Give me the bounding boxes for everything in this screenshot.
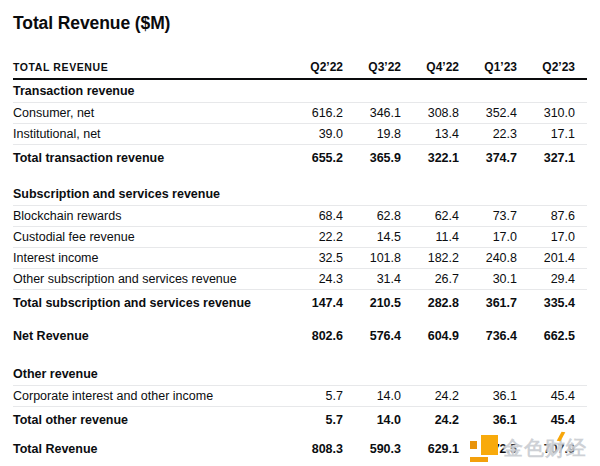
cell-value: 62.8 [343, 209, 401, 223]
cell-value: 629.1 [401, 442, 459, 456]
table-row-data: Interest income32.5101.8182.2240.8201.4 [13, 248, 587, 269]
cell-value: 22.2 [285, 230, 343, 244]
row-label: Custodial fee revenue [13, 230, 285, 244]
cell-value: 36.1 [459, 413, 517, 427]
cell-value: 808.3 [285, 442, 343, 456]
cell-value: 14.5 [343, 230, 401, 244]
cell-value: 73.7 [459, 209, 517, 223]
row-label: Subscription and services revenue [13, 187, 587, 201]
row-label: Net Revenue [13, 329, 285, 343]
row-label: Total Revenue [13, 442, 285, 456]
cell-value: 662.5 [517, 329, 587, 343]
cell-value: 30.1 [459, 272, 517, 286]
cell-value: 576.4 [343, 329, 401, 343]
cell-value: 29.4 [517, 272, 587, 286]
cell-value: 310.0 [517, 106, 587, 120]
cell-value: 736.4 [459, 329, 517, 343]
cell-value: 62.4 [401, 209, 459, 223]
cell-value: 374.7 [459, 151, 517, 165]
cell-value: 14.0 [343, 389, 401, 403]
table-row-data: Institutional, net39.019.813.422.317.1 [13, 124, 587, 145]
cell-value: 361.7 [459, 296, 517, 310]
cell-value: 201.4 [517, 251, 587, 265]
cell-value: 240.8 [459, 251, 517, 265]
cell-value: 327.1 [517, 151, 587, 165]
cell-value: 772.5 [459, 442, 517, 456]
cell-value: 616.2 [285, 106, 343, 120]
cell-value: 282.8 [401, 296, 459, 310]
row-label: Consumer, net [13, 106, 285, 120]
row-label: Total subscription and services revenue [13, 296, 285, 310]
table-row-total: Total transaction revenue655.2365.9322.1… [13, 145, 587, 170]
row-label: Corporate interest and other income [13, 389, 285, 403]
cell-value: 14.0 [343, 413, 401, 427]
column-header: Q1’23 [459, 60, 517, 74]
cell-value: 45.4 [517, 389, 587, 403]
row-label: Interest income [13, 251, 285, 265]
table-row-total: Net Revenue802.6576.4604.9736.4662.5 [13, 323, 587, 348]
row-label: Total other revenue [13, 413, 285, 427]
cell-value: 17.0 [459, 230, 517, 244]
table-row-total: Total other revenue5.714.024.236.145.4 [13, 407, 587, 432]
cell-value: 308.8 [401, 106, 459, 120]
table-row-section: Other revenue [13, 363, 587, 386]
cell-value: 5.7 [285, 389, 343, 403]
table-row-data: Blockchain rewards68.462.862.473.787.6 [13, 206, 587, 227]
table-row-total: Total Revenue808.3590.3629.1772.5707.9 [13, 436, 587, 461]
table-row-section: Transaction revenue [13, 80, 587, 103]
cell-value: 19.8 [343, 127, 401, 141]
cell-value: 365.9 [343, 151, 401, 165]
cell-value: 590.3 [343, 442, 401, 456]
table-row-section: Subscription and services revenue [13, 183, 587, 206]
column-header: Q2’22 [285, 60, 343, 74]
cell-value: 17.0 [517, 230, 587, 244]
cell-value: 604.9 [401, 329, 459, 343]
row-label: Other revenue [13, 367, 587, 381]
cell-value: 13.4 [401, 127, 459, 141]
cell-value: 87.6 [517, 209, 587, 223]
table-row-data: Other subscription and services revenue2… [13, 269, 587, 290]
cell-value: 39.0 [285, 127, 343, 141]
cell-value: 352.4 [459, 106, 517, 120]
cell-value: 101.8 [343, 251, 401, 265]
cell-value: 17.1 [517, 127, 587, 141]
table-header-label: TOTAL REVENUE [13, 61, 285, 73]
cell-value: 335.4 [517, 296, 587, 310]
table-header-row: TOTAL REVENUE Q2’22Q3’22Q4’22Q1’23Q2’23 [13, 56, 587, 80]
table-body: Transaction revenueConsumer, net616.2346… [13, 80, 587, 461]
cell-value: 26.7 [401, 272, 459, 286]
cell-value: 147.4 [285, 296, 343, 310]
cell-value: 707.9 [517, 442, 587, 456]
table-row-data: Corporate interest and other income5.714… [13, 386, 587, 407]
cell-value: 655.2 [285, 151, 343, 165]
cell-value: 210.5 [343, 296, 401, 310]
table-row-data: Consumer, net616.2346.1308.8352.4310.0 [13, 103, 587, 124]
cell-value: 24.2 [401, 389, 459, 403]
cell-value: 346.1 [343, 106, 401, 120]
cell-value: 45.4 [517, 413, 587, 427]
column-header: Q4’22 [401, 60, 459, 74]
cell-value: 68.4 [285, 209, 343, 223]
row-label: Blockchain rewards [13, 209, 285, 223]
cell-value: 322.1 [401, 151, 459, 165]
column-header: Q2’23 [517, 60, 587, 74]
row-label: Institutional, net [13, 127, 285, 141]
table-row-total: Total subscription and services revenue1… [13, 290, 587, 315]
row-label: Transaction revenue [13, 84, 587, 98]
row-label: Other subscription and services revenue [13, 272, 285, 286]
cell-value: 31.4 [343, 272, 401, 286]
cell-value: 36.1 [459, 389, 517, 403]
table-row-data: Custodial fee revenue22.214.511.417.017.… [13, 227, 587, 248]
cell-value: 22.3 [459, 127, 517, 141]
revenue-table-page: Total Revenue ($M) TOTAL REVENUE Q2’22Q3… [0, 0, 600, 466]
cell-value: 5.7 [285, 413, 343, 427]
row-label: Total transaction revenue [13, 151, 285, 165]
cell-value: 182.2 [401, 251, 459, 265]
cell-value: 11.4 [401, 230, 459, 244]
cell-value: 24.2 [401, 413, 459, 427]
page-title: Total Revenue ($M) [13, 0, 587, 32]
cell-value: 32.5 [285, 251, 343, 265]
cell-value: 24.3 [285, 272, 343, 286]
column-header: Q3’22 [343, 60, 401, 74]
cell-value: 802.6 [285, 329, 343, 343]
